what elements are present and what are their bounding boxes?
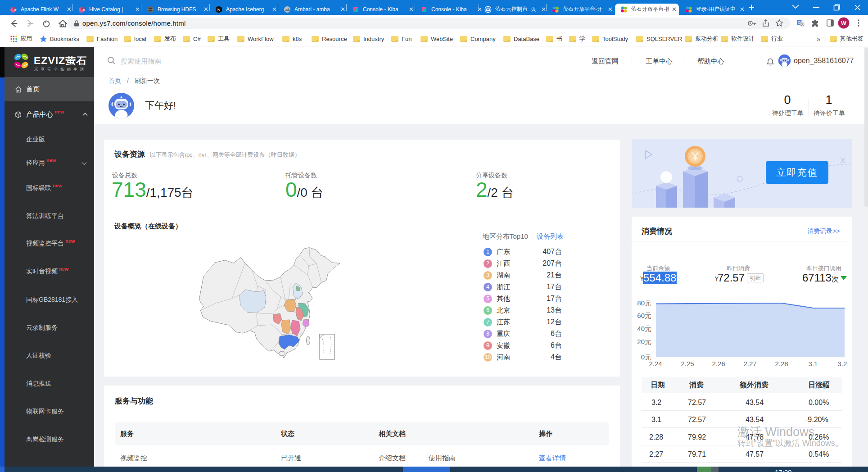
svg-text:2.24: 2.24 — [649, 360, 662, 368]
svg-text:2.26: 2.26 — [712, 360, 725, 368]
svg-text:2.25: 2.25 — [681, 360, 694, 368]
svg-text:文: 文 — [800, 22, 804, 26]
svg-text:3.2: 3.2 — [838, 360, 847, 368]
svg-text:20元: 20元 — [637, 338, 651, 345]
svg-text:40元: 40元 — [637, 325, 651, 332]
svg-text:60元: 60元 — [637, 312, 651, 319]
svg-text:3.1: 3.1 — [809, 360, 818, 368]
svg-text:W: W — [841, 20, 846, 27]
svg-text:2.28: 2.28 — [775, 360, 788, 368]
svg-text:N: N — [217, 7, 221, 12]
svg-text:80元: 80元 — [637, 299, 651, 307]
svg-text:2.27: 2.27 — [743, 360, 756, 368]
